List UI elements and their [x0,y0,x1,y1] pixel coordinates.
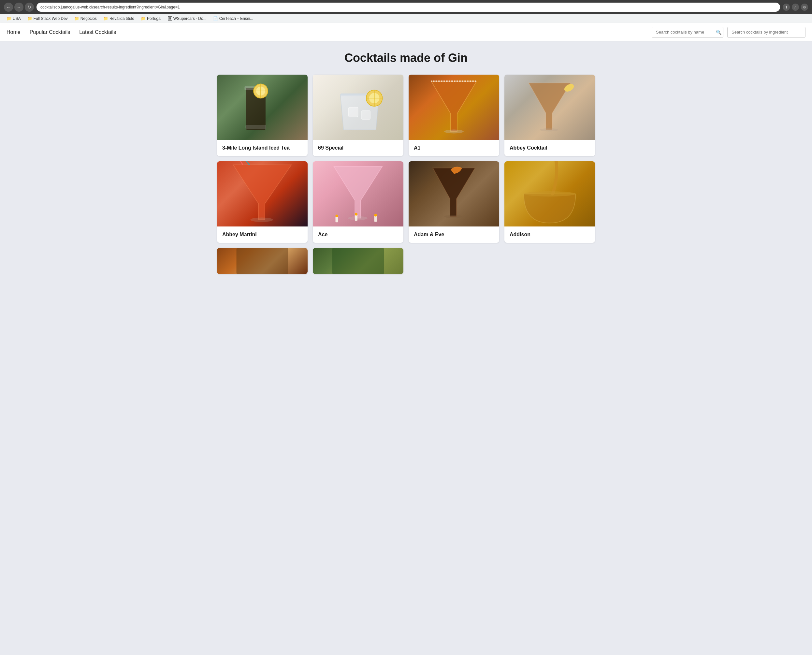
cocktail-card-bottom-left[interactable] [217,248,308,274]
extensions-icon[interactable]: ⚙ [801,4,808,11]
search-name-input[interactable] [652,27,723,38]
card-image-3 [409,75,499,140]
cocktail-card-6[interactable]: Ace [313,161,403,243]
card-image-wrapper-5 [217,161,308,226]
browser-actions: ⬆ ☆ ⚙ [783,4,808,11]
bookmark-certeach[interactable]: 📄 CerTeach – Ensei... [211,15,256,22]
card-label-6: Ace [313,226,403,243]
card-image-2 [313,75,403,140]
bookmark-label: Full Stack Web Dev [34,16,68,21]
card-image-4 [504,75,595,140]
svg-rect-12 [348,107,358,117]
svg-point-28 [524,191,576,197]
svg-point-17 [250,217,273,222]
nav-home[interactable]: Home [6,28,20,37]
card-image-wrapper-6 [313,161,403,226]
cocktail-card-3[interactable]: A1 [409,75,499,156]
card-label-1: 3-Mile Long Island Iced Tea [217,140,308,156]
cocktail-card-4[interactable]: Abbey Cocktail [504,75,595,156]
page-icon: 📄 [213,16,218,21]
svg-point-20 [348,216,368,220]
main-nav: Home Pupular Cocktails Latest Cocktails [6,28,652,37]
cocktail-card-7[interactable]: Adam & Eve [409,161,499,243]
main-content: Cocktails made of Gin [0,42,812,655]
card-image-6 [313,161,403,226]
bookmarks-bar: 📁 USA 📁 Full Stack Web Dev 📁 Negocios 📁 … [0,14,812,23]
bookmark-label: CerTeach – Ensei... [219,16,254,21]
card-image-bottom-right [313,248,403,274]
bookmark-portugal[interactable]: 📁 Portugal [138,15,164,22]
card-image-8 [504,161,595,226]
address-bar[interactable] [37,3,780,12]
card-image-wrapper-bottom-left [217,248,308,274]
folder-icon: 📁 [6,16,11,21]
bookmark-label: USA [13,16,21,21]
search-area: 🔍 [652,27,806,38]
nav-latest[interactable]: Latest Cocktails [79,28,116,37]
svg-rect-25 [374,216,377,222]
bookmark-fullstack[interactable]: 📁 Full Stack Web Dev [25,15,71,22]
bookmark-negocios[interactable]: 📁 Negocios [72,15,99,22]
folder-icon: 📁 [74,16,79,21]
svg-rect-21 [335,217,338,223]
search-name-button[interactable]: 🔍 [716,30,721,35]
card-label-3: A1 [409,140,499,156]
bookmark-icon[interactable]: ☆ [792,4,799,11]
partial-grid [217,248,595,274]
card-label-2: 69 Special [313,140,403,156]
share-icon[interactable]: ⬆ [783,4,790,11]
search-name-wrapper: 🔍 [652,27,723,38]
card-image-1 [217,75,308,140]
svg-rect-23 [355,215,357,221]
content-wrapper: Cocktails made of Gin [211,42,601,284]
bookmark-label: WSupercars - Do... [173,16,206,21]
svg-line-19 [245,161,249,165]
svg-rect-30 [332,248,384,274]
cocktail-card-5[interactable]: Abbey Martini [217,161,308,243]
browser-chrome: ← → ↻ ⬆ ☆ ⚙ [0,0,812,14]
back-button[interactable]: ← [4,3,13,12]
app-header: Home Pupular Cocktails Latest Cocktails … [0,23,812,42]
card-image-wrapper-8 [504,161,595,226]
card-image-bottom-left [217,248,308,274]
cocktail-card-1[interactable]: 3-Mile Long Island Iced Tea [217,75,308,156]
card-label-8: Addison [504,226,595,243]
cocktail-card-bottom-right[interactable] [313,248,403,274]
svg-point-27 [444,215,462,218]
bookmark-wsupercars[interactable]: 🅆 WSupercars - Do... [166,15,209,22]
bookmark-usa[interactable]: 📁 USA [4,15,23,22]
bookmark-label: Reválida título [109,16,134,21]
wsupercars-icon: 🅆 [168,16,172,21]
svg-rect-2 [245,125,266,129]
svg-point-14 [444,130,464,134]
card-image-wrapper-4 [504,75,595,140]
card-image-wrapper-bottom-right [313,248,403,274]
page-heading: Cocktails made of Gin [217,51,595,65]
cocktail-card-2[interactable]: 69 Special [313,75,403,156]
card-image-wrapper-2 [313,75,403,140]
folder-icon: 📁 [103,16,108,21]
card-image-wrapper-3 [409,75,499,140]
browser-nav-buttons: ← → ↻ [4,3,34,12]
cocktail-card-8[interactable]: Addison [504,161,595,243]
card-image-wrapper-7 [409,161,499,226]
card-label-4: Abbey Cocktail [504,140,595,156]
search-ingredient-input[interactable] [727,27,806,38]
svg-point-22 [335,215,338,217]
svg-rect-13 [361,111,371,120]
bookmark-revalida[interactable]: 📁 Reválida título [101,15,137,22]
folder-icon: 📁 [141,16,146,21]
forward-button[interactable]: → [14,3,23,12]
svg-point-15 [540,128,558,132]
bookmark-label: Portugal [147,16,161,21]
card-image-5 [217,161,308,226]
card-image-wrapper-1 [217,75,308,140]
svg-point-26 [374,214,377,217]
card-label-5: Abbey Martini [217,226,308,243]
nav-popular[interactable]: Pupular Cocktails [30,28,71,37]
reload-button[interactable]: ↻ [25,3,34,12]
cocktail-grid: 3-Mile Long Island Iced Tea [217,75,595,243]
svg-point-24 [355,213,357,216]
card-label-7: Adam & Eve [409,226,499,243]
card-image-7 [409,161,499,226]
